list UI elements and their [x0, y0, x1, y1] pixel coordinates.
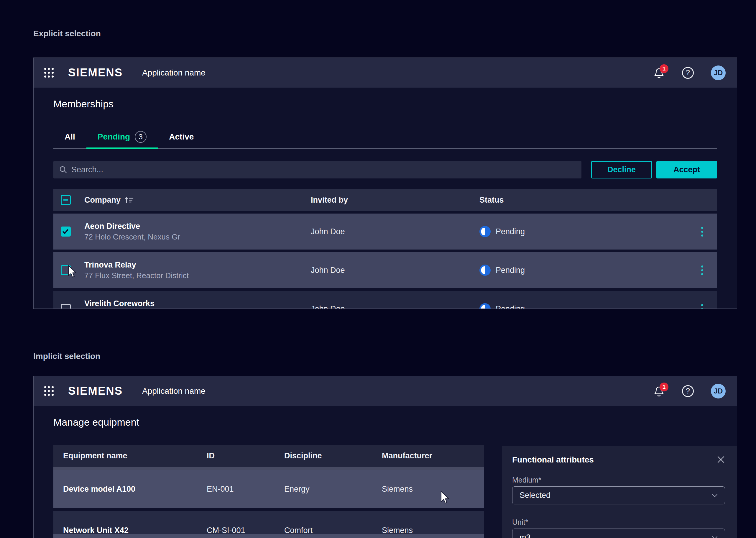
- notifications-button[interactable]: 1: [653, 385, 665, 397]
- decline-button[interactable]: Decline: [591, 161, 652, 179]
- tab-active[interactable]: Active: [158, 131, 205, 148]
- row-checkbox[interactable]: [61, 304, 71, 309]
- equipment-name: Device model A100: [63, 485, 207, 494]
- table-row[interactable]: Device model A100 EN-001 Energy Siemens: [53, 470, 484, 508]
- page: { "app_header": { "logo": "SIEMENS", "ap…: [0, 0, 756, 538]
- field-label-unit: Unit*: [512, 518, 725, 526]
- app-launcher-icon[interactable]: [43, 386, 55, 397]
- close-icon[interactable]: [717, 456, 725, 464]
- status-label: Pending: [496, 227, 525, 236]
- equipment-manufacturer: Siemens: [382, 526, 484, 535]
- table-row[interactable]: Virelith Coreworks John Doe Pending: [53, 291, 717, 309]
- tab-bar: All Pending 3 Active: [53, 131, 717, 149]
- company-address: 72 Holo Crescent, Nexus Gr: [84, 232, 311, 242]
- functional-attributes-panel: Functional attributes Medium* Selected U…: [502, 446, 737, 538]
- app-launcher-icon[interactable]: [43, 67, 55, 79]
- table-header-row: Equipment name ID Discipline Manufacture…: [53, 445, 484, 467]
- pending-status-icon: [479, 303, 491, 309]
- column-discipline: Discipline: [284, 451, 382, 460]
- row-menu-kebab-icon[interactable]: [701, 227, 703, 237]
- column-status: Status: [479, 195, 687, 205]
- status-label: Pending: [496, 266, 525, 275]
- user-avatar[interactable]: JD: [711, 66, 726, 80]
- row-menu-kebab-icon[interactable]: [701, 265, 703, 275]
- pending-count-badge: 3: [135, 131, 147, 143]
- row-divider: [53, 467, 484, 470]
- notification-count-badge: 1: [660, 383, 669, 391]
- pending-status-icon: [479, 265, 491, 276]
- invited-by: John Doe: [311, 227, 479, 236]
- search-input[interactable]: [71, 165, 576, 174]
- equipment-id: EN-001: [207, 485, 284, 494]
- pending-status-icon: [479, 226, 491, 237]
- tab-pending[interactable]: Pending 3: [86, 131, 158, 148]
- sort-icon: [125, 196, 133, 204]
- card-implicit-selection: SIEMENS Application name 1 ? JD Manage e…: [33, 376, 737, 538]
- column-equipment-name: Equipment name: [63, 451, 207, 460]
- mouse-cursor: [67, 265, 77, 280]
- table-row[interactable]: Aeon Directive 72 Holo Crescent, Nexus G…: [53, 214, 717, 249]
- column-id: ID: [207, 451, 284, 460]
- help-icon[interactable]: ?: [682, 385, 694, 397]
- section-label-implicit: Implicit selection: [33, 351, 100, 361]
- selected-value: m3: [520, 533, 531, 538]
- accept-button[interactable]: Accept: [656, 161, 717, 179]
- panel-title: Functional attributes: [512, 455, 594, 465]
- selected-value: Selected: [520, 491, 550, 500]
- column-invited-by: Invited by: [311, 195, 479, 205]
- equipment-discipline: Comfort: [284, 526, 382, 535]
- unit-select[interactable]: m3: [512, 529, 725, 538]
- user-avatar[interactable]: JD: [711, 384, 726, 399]
- equipment-id: CM-SI-001: [207, 526, 284, 535]
- application-name: Application name: [142, 68, 206, 78]
- app-bar: SIEMENS Application name 1 ? JD: [34, 58, 737, 87]
- equipment-manufacturer: Siemens: [382, 485, 484, 494]
- equipment-name: Network Unit X42: [63, 526, 207, 535]
- page-title: Manage equipment: [53, 416, 717, 428]
- notifications-button[interactable]: 1: [653, 67, 665, 79]
- siemens-logo: SIEMENS: [68, 66, 123, 79]
- select-all-checkbox[interactable]: [61, 195, 71, 205]
- search-box: [53, 161, 581, 179]
- row-menu-kebab-icon[interactable]: [701, 304, 703, 309]
- company-name: Aeon Directive: [84, 221, 311, 231]
- memberships-content: Memberships All Pending 3 Active: [34, 98, 737, 309]
- card-explicit-selection: SIEMENS Application name 1 ? JD Membersh…: [33, 58, 737, 309]
- page-title: Memberships: [53, 98, 717, 110]
- company-name: Trinova Relay: [84, 260, 311, 270]
- tab-all[interactable]: All: [53, 131, 86, 148]
- active-tab-underline: [86, 147, 158, 149]
- row-checkbox[interactable]: [61, 227, 71, 237]
- memberships-table: Company Invited by Status: [53, 189, 717, 309]
- company-address: 77 Flux Street, Reactor District: [84, 270, 311, 281]
- help-icon[interactable]: ?: [682, 67, 694, 79]
- status-label: Pending: [496, 304, 525, 309]
- application-name: Application name: [142, 386, 206, 396]
- column-manufacturer: Manufacturer: [382, 451, 484, 460]
- siemens-logo: SIEMENS: [68, 385, 123, 397]
- equipment-table: Equipment name ID Discipline Manufacture…: [53, 445, 484, 538]
- table-header-row: Company Invited by Status: [53, 189, 717, 211]
- section-label-explicit: Explicit selection: [33, 29, 101, 38]
- notification-count-badge: 1: [660, 64, 669, 73]
- chevron-down-icon: [712, 536, 718, 538]
- invited-by: John Doe: [311, 266, 479, 275]
- invited-by: John Doe: [311, 304, 479, 309]
- equipment-discipline: Energy: [284, 485, 382, 494]
- app-bar: SIEMENS Application name 1 ? JD: [34, 376, 737, 406]
- next-row-edge: [53, 534, 484, 538]
- chevron-down-icon: [712, 494, 718, 497]
- medium-select[interactable]: Selected: [512, 486, 725, 504]
- field-label-medium: Medium*: [512, 476, 725, 484]
- equipment-content: Manage equipment Equipment name ID Disci…: [34, 416, 737, 538]
- mouse-cursor: [440, 491, 450, 506]
- table-row[interactable]: Trinova Relay 77 Flux Street, Reactor Di…: [53, 252, 717, 288]
- column-company-sort[interactable]: Company: [84, 195, 311, 205]
- search-icon: [59, 166, 67, 174]
- company-name: Virelith Coreworks: [84, 298, 311, 308]
